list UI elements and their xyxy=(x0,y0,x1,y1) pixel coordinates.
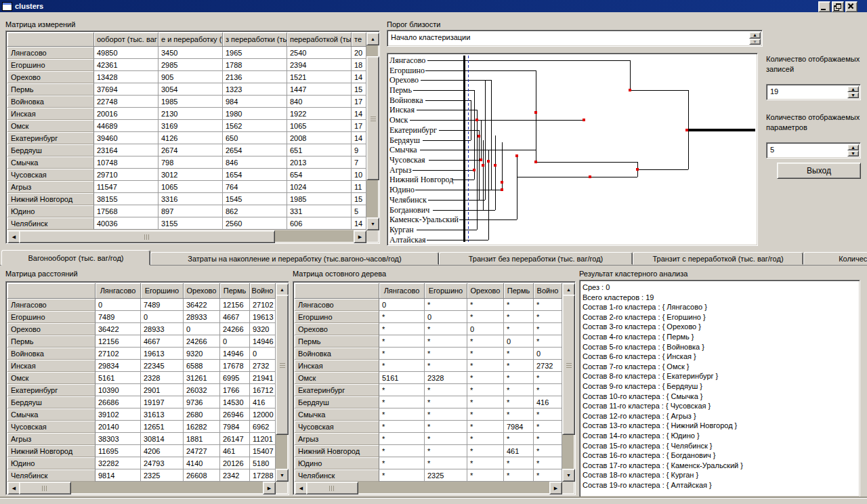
cell[interactable]: * xyxy=(425,335,467,348)
cell[interactable]: * xyxy=(504,384,534,396)
restore-button[interactable] xyxy=(832,1,844,12)
cell[interactable]: 29834 xyxy=(96,360,141,372)
cell[interactable]: 1985 xyxy=(158,96,223,108)
cell[interactable]: 16712 xyxy=(250,384,276,396)
cell[interactable]: 840 xyxy=(287,96,352,108)
row-header[interactable]: Агрыз xyxy=(7,433,96,445)
cell[interactable]: 0 xyxy=(184,323,220,335)
tab-4[interactable]: Транзит с переработкой (тыс. ваг/год) xyxy=(633,252,803,265)
cell[interactable]: 11 xyxy=(352,181,366,193)
cell[interactable]: * xyxy=(425,384,467,396)
cell[interactable]: 15 xyxy=(352,193,366,205)
cell[interactable]: * xyxy=(467,433,504,445)
cell[interactable]: 6588 xyxy=(184,360,220,372)
column-header[interactable] xyxy=(7,283,96,299)
row-header[interactable]: Егоршино xyxy=(7,311,96,323)
column-header[interactable]: ооборот (тыс. ваг xyxy=(94,33,158,47)
cell[interactable]: * xyxy=(534,433,562,445)
cell[interactable]: 22345 xyxy=(141,360,184,372)
cell[interactable]: 1766 xyxy=(220,384,250,396)
column-header[interactable]: Войно xyxy=(534,283,562,299)
cell[interactable]: 3169 xyxy=(158,120,223,132)
cell[interactable]: 1985 xyxy=(287,193,352,205)
cell[interactable]: 2325 xyxy=(425,469,467,482)
cell[interactable]: * xyxy=(425,421,467,433)
cell[interactable]: 26608 xyxy=(184,469,220,482)
row-header[interactable]: Чусовская xyxy=(7,169,94,181)
cell[interactable]: 49850 xyxy=(94,47,158,59)
cell[interactable]: * xyxy=(379,396,425,408)
cell[interactable]: 862 xyxy=(223,205,287,217)
cell[interactable]: * xyxy=(534,299,562,311)
cell[interactable]: * xyxy=(534,384,562,396)
cell[interactable]: 24266 xyxy=(220,323,250,335)
cell[interactable]: * xyxy=(504,323,534,335)
cell[interactable]: 11547 xyxy=(94,181,158,193)
cell[interactable]: 2342 xyxy=(220,469,250,482)
cell[interactable]: * xyxy=(534,408,562,421)
cell[interactable]: 31261 xyxy=(184,372,220,384)
row-header[interactable]: Смычка xyxy=(7,408,96,421)
cell[interactable]: * xyxy=(467,445,504,457)
scroll-up-button[interactable]: ▲ xyxy=(366,33,379,45)
cell[interactable]: 38303 xyxy=(96,433,141,445)
cell[interactable]: * xyxy=(467,408,504,421)
row-header[interactable]: Челябинск xyxy=(7,469,96,482)
records-count-spinner[interactable]: 19 ▲ ▼ xyxy=(766,84,861,100)
cell[interactable]: 36422 xyxy=(184,299,220,311)
cell[interactable]: 461 xyxy=(504,445,534,457)
cell[interactable]: 20016 xyxy=(94,108,158,120)
row-header[interactable]: Екатеринбург xyxy=(295,384,379,396)
cell[interactable]: 12651 xyxy=(141,421,184,433)
cell[interactable]: 2560 xyxy=(223,217,287,230)
cell[interactable]: 4140 xyxy=(184,457,220,469)
column-header[interactable]: Орехово xyxy=(467,283,504,299)
row-header[interactable]: Юдино xyxy=(7,205,94,217)
cell[interactable]: 1965 xyxy=(223,47,287,59)
cell[interactable]: 26946 xyxy=(220,408,250,421)
cell[interactable]: * xyxy=(425,299,467,311)
cell[interactable]: 11201 xyxy=(250,433,276,445)
cell[interactable]: 3450 xyxy=(158,47,223,59)
scroll-down-button[interactable]: ▼ xyxy=(562,469,575,482)
cell[interactable]: 7984 xyxy=(504,421,534,433)
row-header[interactable]: Орехово xyxy=(7,71,94,83)
cell[interactable]: 0 xyxy=(534,348,562,360)
row-header[interactable]: Челябинск xyxy=(7,217,94,230)
cell[interactable]: * xyxy=(504,348,534,360)
cell[interactable]: * xyxy=(379,360,425,372)
row-header[interactable]: Инская xyxy=(295,360,379,372)
cell[interactable]: 6962 xyxy=(250,421,276,433)
cell[interactable]: * xyxy=(467,469,504,482)
cell[interactable]: 2680 xyxy=(184,408,220,421)
cell[interactable]: 17678 xyxy=(220,360,250,372)
row-header[interactable]: Пермь xyxy=(7,83,94,96)
horizontal-scrollbar[interactable]: ◀▶ xyxy=(295,482,562,493)
row-header[interactable]: Пермь xyxy=(295,335,379,348)
cell[interactable]: 14530 xyxy=(220,396,250,408)
tab-3[interactable]: Транзит без переработки (тыс. ваг/год) xyxy=(439,252,633,265)
column-header[interactable]: Орехово xyxy=(184,283,220,299)
cell[interactable]: 0 xyxy=(96,299,141,311)
row-header[interactable]: Нижний Новгород xyxy=(7,193,94,205)
cell[interactable]: 0 xyxy=(425,311,467,323)
cell[interactable]: * xyxy=(534,469,562,482)
scroll-right-button[interactable]: ▶ xyxy=(263,482,276,495)
cell[interactable]: 12000 xyxy=(250,408,276,421)
cell[interactable]: * xyxy=(467,348,504,360)
cell[interactable]: * xyxy=(534,445,562,457)
cell[interactable]: 39102 xyxy=(96,408,141,421)
cell[interactable]: 29710 xyxy=(94,169,158,181)
cell[interactable]: 28933 xyxy=(141,323,184,335)
column-header[interactable]: Лянгасово xyxy=(379,283,425,299)
cell[interactable]: * xyxy=(379,421,425,433)
vertical-scrollbar[interactable]: ▲▼ xyxy=(562,283,574,482)
cell[interactable]: 461 xyxy=(220,445,250,457)
cell[interactable]: * xyxy=(379,445,425,457)
row-header[interactable]: Егоршино xyxy=(7,59,94,71)
cell[interactable]: 17568 xyxy=(94,205,158,217)
cell[interactable]: 2732 xyxy=(534,360,562,372)
cell[interactable]: 650 xyxy=(223,132,287,144)
cell[interactable]: 11695 xyxy=(96,445,141,457)
row-header[interactable]: Лянгасово xyxy=(7,47,94,59)
